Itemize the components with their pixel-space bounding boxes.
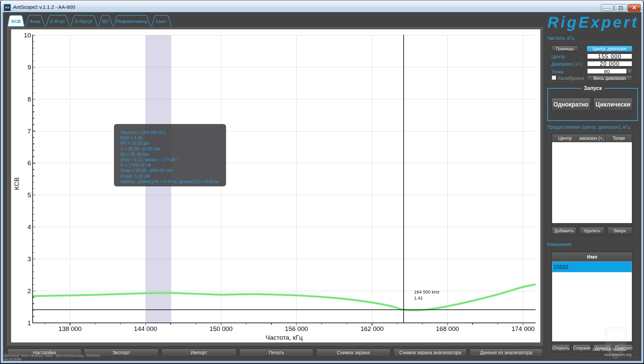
svg-text:2: 2 xyxy=(27,287,31,295)
svg-text:Z=R+jX: Z=R+jX xyxy=(50,19,65,24)
svg-text:164 500 kHz: 164 500 kHz xyxy=(414,290,440,295)
svg-text:Z=R||+jX: Z=R||+jX xyxy=(75,19,93,24)
svg-text:|rho| = 0.17, фаза = -177.48 °: |rho| = 0.17, фаза = -177.48 ° xyxy=(121,157,178,162)
svg-text:Zпар = 35.39 - j800.00 Ом: Zпар = 35.39 - j800.00 Ом xyxy=(121,168,172,173)
svg-text:ВП: ВП xyxy=(102,19,109,24)
svg-text:144 000: 144 000 xyxy=(134,325,157,332)
svg-text:Фаза: Фаза xyxy=(30,19,40,24)
svg-text:8: 8 xyxy=(27,96,31,103)
svg-text:5: 5 xyxy=(27,191,31,199)
svg-text:КСВ: КСВ xyxy=(13,177,20,190)
svg-text:Кабель: длина(1/4) = 0.30 м, д: Кабель: длина(1/4) = 0.30 м, длина(1/2) … xyxy=(121,179,218,184)
svg-text:RigExpert: RigExpert xyxy=(547,15,639,31)
svg-text:138 000: 138 000 xyxy=(59,325,82,332)
svg-text:7: 7 xyxy=(27,128,31,135)
svg-text:Частота = 164 500 кГц: Частота = 164 500 кГц xyxy=(121,130,166,135)
svg-text:168 000: 168 000 xyxy=(436,325,459,332)
svg-text:3: 3 xyxy=(27,255,31,263)
svg-text:162 000: 162 000 xyxy=(361,325,384,332)
svg-text:150 000: 150 000 xyxy=(209,325,233,332)
svg-text:C = 1759.10 пФ: C = 1759.10 пФ xyxy=(121,162,151,168)
svg-text:156 000: 156 000 xyxy=(285,325,308,332)
svg-text:Рефлектометр: Рефлектометр xyxy=(116,19,147,24)
svg-text:КСВ: КСВ xyxy=(11,19,21,24)
svg-text:Спар= 1.21 пФ: Спар= 1.21 пФ xyxy=(121,174,150,179)
svg-text:ВП = 15.32 дБ: ВП = 15.32 дБ xyxy=(121,141,149,146)
svg-text:1: 1 xyxy=(27,320,31,327)
svg-text:Z = 35.38 - j0.55 Ом: Z = 35.38 - j0.55 Ом xyxy=(121,146,160,151)
svg-text:4: 4 xyxy=(27,223,31,231)
svg-text:КСВ = 1.41: КСВ = 1.41 xyxy=(121,135,143,140)
svg-text:9: 9 xyxy=(27,64,31,71)
svg-text:10: 10 xyxy=(24,32,31,39)
svg-text:Частота, кГц: Частота, кГц xyxy=(266,334,303,341)
svg-text:174 000: 174 000 xyxy=(511,325,535,332)
svg-text:Смит: Смит xyxy=(156,19,167,24)
svg-text:1.41: 1.41 xyxy=(414,296,423,301)
svg-text:|Z| = 35.38 Ом: |Z| = 35.38 Ом xyxy=(121,152,149,157)
svg-text:6: 6 xyxy=(27,159,31,166)
